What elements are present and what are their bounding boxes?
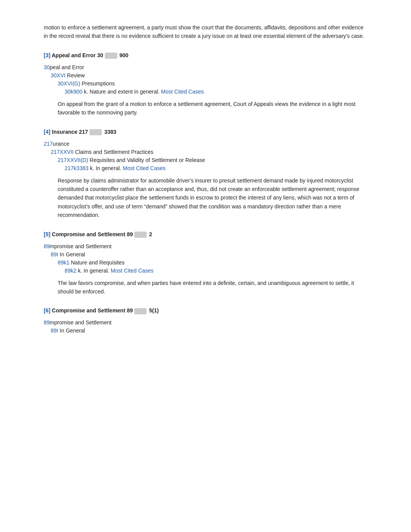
headnote-body-hn5: The law favors compromise, and when part… [58, 279, 367, 296]
headnote-keynumber-hn3: 900 [120, 52, 128, 58]
taxonomy-text: k. In general. [76, 268, 111, 274]
taxonomy-item: 89mpromise and Settlement [44, 319, 367, 327]
taxonomy-text: urance [53, 141, 69, 147]
headnote-body-hn3: On appeal from the grant of a motion to … [58, 100, 367, 117]
taxonomy-hn3: 30peal and Error30XVI Review30XVI(G) Pre… [44, 63, 367, 96]
headnote-badge-hn4 [89, 129, 102, 135]
taxonomy-link[interactable]: 89I [51, 251, 58, 257]
taxonomy-item: 89mpromise and Settlement [44, 242, 367, 251]
taxonomy-text: mpromise and Settlement [50, 319, 112, 326]
headnote-badge-hn3 [105, 53, 117, 59]
taxonomy-item: 217k3383 k. In general. Most Cited Cases [65, 164, 367, 172]
taxonomy-link[interactable]: 30 [44, 64, 50, 70]
headnote-title-text-hn6: Compromise and Settlement 89 [50, 307, 133, 314]
taxonomy-link[interactable]: 89I [51, 327, 58, 334]
headnote-title-text-hn3: Appeal and Error 30 [50, 52, 103, 58]
headnote-badge-hn6 [134, 308, 147, 314]
taxonomy-link[interactable]: 89 [44, 243, 50, 249]
most-cited-link[interactable]: Most Cited Cases [111, 268, 153, 274]
taxonomy-text: Review [65, 72, 85, 78]
taxonomy-hn6: 89mpromise and Settlement89I In General [44, 319, 367, 335]
taxonomy-hn5: 89mpromise and Settlement89I In General8… [44, 242, 367, 275]
intro-paragraph: motion to enforce a settlement agreement… [44, 23, 367, 41]
headnote-badge-hn5 [134, 232, 147, 238]
taxonomy-link[interactable]: 217 [44, 141, 53, 147]
taxonomy-item: 217XXVII Claims and Settlement Practices [51, 148, 367, 156]
taxonomy-text: k. In general. [89, 165, 123, 171]
taxonomy-item: 30peal and Error [44, 63, 367, 72]
headnote-label-hn5[interactable]: [5] [44, 231, 50, 237]
taxonomy-item: 30k900 k. Nature and extent in general. … [65, 88, 367, 96]
taxonomy-item: 30XVI Review [51, 72, 367, 80]
taxonomy-text: In General [58, 327, 85, 334]
taxonomy-link[interactable]: 30XVI(G) [58, 80, 80, 87]
taxonomy-item: 30XVI(G) Presumptions [58, 80, 367, 88]
headnote-title-text-hn5: Compromise and Settlement 89 [50, 231, 133, 237]
headnote-body-hn4: Response by claims administrator for aut… [58, 176, 367, 220]
headnote-hn3: [3] Appeal and Error 3090030peal and Err… [44, 51, 367, 117]
headnote-label-hn3[interactable]: [3] [44, 52, 50, 58]
taxonomy-item: 89I In General [51, 327, 367, 335]
headnote-keynumber-hn5: 2 [149, 231, 152, 237]
taxonomy-text: Presumptions [80, 80, 115, 87]
taxonomy-link[interactable]: 30k900 [65, 89, 82, 95]
headnote-label-hn6[interactable]: [6] [44, 307, 50, 314]
taxonomy-text: Requisites and Validity of Settlement or… [88, 157, 205, 163]
headnote-title-hn5: [5] Compromise and Settlement 892 [44, 230, 367, 239]
taxonomy-text: peal and Error [50, 64, 84, 70]
taxonomy-item: 217XXVII(D) Requisites and Validity of S… [58, 156, 367, 164]
taxonomy-hn4: 217urance217XXVII Claims and Settlement … [44, 140, 367, 172]
most-cited-link[interactable]: Most Cited Cases [123, 165, 165, 171]
taxonomy-text: Claims and Settlement Practices [74, 149, 153, 155]
headnote-hn4: [4] Insurance 2173383217urance217XXVII C… [44, 128, 367, 220]
taxonomy-link[interactable]: 217k3383 [65, 165, 89, 171]
headnote-title-hn3: [3] Appeal and Error 30900 [44, 51, 367, 60]
headnote-title-hn4: [4] Insurance 2173383 [44, 128, 367, 136]
taxonomy-link[interactable]: 89 [44, 319, 50, 326]
headnote-title-hn6: [6] Compromise and Settlement 895(1) [44, 307, 367, 315]
taxonomy-item: 89k1 Nature and Requisites [58, 259, 367, 267]
taxonomy-text: In General [58, 251, 85, 257]
taxonomy-link[interactable]: 217XXVII(D) [58, 157, 88, 163]
taxonomy-item: 89k2 k. In general. Most Cited Cases [65, 267, 367, 275]
taxonomy-text: Nature and Requisites [69, 259, 124, 266]
most-cited-link[interactable]: Most Cited Cases [161, 89, 204, 95]
taxonomy-item: 217urance [44, 140, 367, 148]
headnote-label-hn4[interactable]: [4] [44, 129, 50, 135]
headnote-hn5: [5] Compromise and Settlement 89289mprom… [44, 230, 367, 296]
taxonomy-text: mpromise and Settlement [50, 243, 112, 249]
taxonomy-item: 89I In General [51, 251, 367, 259]
headnote-keynumber-hn4: 3383 [104, 129, 116, 135]
taxonomy-link[interactable]: 89k1 [58, 259, 69, 266]
taxonomy-text: k. Nature and extent in general. [82, 89, 161, 95]
taxonomy-link[interactable]: 30XVI [51, 72, 65, 78]
headnote-keynumber-hn6: 5(1) [149, 307, 159, 314]
taxonomy-link[interactable]: 89k2 [65, 268, 76, 274]
taxonomy-link[interactable]: 217XXVII [51, 149, 74, 155]
headnote-title-text-hn4: Insurance 217 [50, 129, 88, 135]
headnote-hn6: [6] Compromise and Settlement 895(1)89mp… [44, 307, 367, 335]
